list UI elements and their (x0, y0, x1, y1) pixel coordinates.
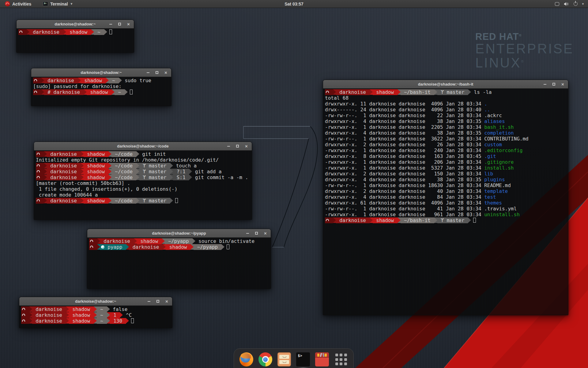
powerline-arrow-icon (81, 198, 84, 203)
prompt-segment: ϒ master (437, 217, 468, 223)
powerline-arrow-icon (81, 151, 84, 157)
maximize-button[interactable] (234, 143, 241, 149)
prompt-segment: ~ (94, 29, 104, 35)
terminal-content[interactable]: darknoise shadow ~/bash-it ϒ master ls -… (323, 89, 568, 315)
prompt-segment: ~ (97, 306, 107, 312)
prompt-segment: shadow (373, 217, 398, 223)
powerline-arrow-icon (126, 318, 129, 324)
terminal-window: darknoise@shadow:~/pyapp× darknoise shad… (87, 229, 271, 289)
window-titlebar[interactable]: darknoise@shadow:~× (17, 20, 134, 29)
powerline-arrow-icon (170, 169, 173, 174)
toolbox-icon[interactable] (315, 352, 329, 366)
maximize-button[interactable] (154, 298, 162, 305)
terminal-text: false (110, 306, 128, 312)
maximize-button[interactable] (153, 70, 161, 76)
terminal-content[interactable]: darknoise shadow ~ false darknoise shado… (19, 306, 172, 328)
close-button[interactable]: × (559, 81, 567, 87)
prompt-segment (36, 169, 44, 174)
window-title: darknoise@shadow:~/bash-it (323, 82, 568, 86)
window-titlebar[interactable]: darknoise@shadow:~/code× (34, 142, 252, 151)
close-button[interactable]: × (262, 230, 269, 236)
prompt-segment (21, 306, 29, 312)
redhat-icon (37, 199, 40, 201)
window-titlebar[interactable]: darknoise@shadow:~× (31, 68, 171, 77)
powerline-arrow-icon (41, 89, 44, 95)
hinge-graphic (325, 354, 327, 357)
activities-button[interactable]: Activities (3, 0, 33, 8)
chrome-icon[interactable] (258, 352, 272, 366)
terminal-text: -rw-rw-r--. 1 darknoise darknoise 41 Jan… (325, 206, 484, 212)
powerline-arrow-icon (94, 318, 97, 324)
terminal-cursor (131, 318, 134, 323)
tool-graphic (322, 353, 324, 357)
powerline-arrow-icon (81, 174, 84, 180)
close-button[interactable]: × (125, 21, 132, 27)
minimize-button[interactable] (541, 81, 549, 87)
maximize-button[interactable] (550, 81, 558, 87)
minimize-button[interactable] (225, 143, 232, 149)
clock-text[interactable]: Sat 03:57 (285, 2, 303, 6)
terminal-text: create mode 100644 a (36, 192, 98, 198)
prompt-segment: shadow (69, 312, 94, 318)
terminal-line: darknoise shadow ~ 130 (21, 318, 170, 324)
redhat-icon (19, 31, 22, 33)
terminal-text: plugins (484, 177, 505, 182)
powerline-arrow-icon (190, 244, 194, 250)
prompt-segment: ~/code (111, 174, 136, 180)
terminal-content[interactable]: darknoise shadow ~ sudo true[sudo] passw… (31, 77, 171, 106)
redhat-icon (22, 314, 25, 316)
powerline-arrow-icon (108, 163, 111, 168)
prompt-segment: ~ (109, 78, 119, 83)
window-titlebar[interactable]: darknoise@shadow:~× (19, 297, 172, 306)
powerline-arrow-icon (398, 217, 401, 223)
close-button[interactable]: × (163, 298, 171, 305)
terminal-content[interactable]: darknoise shadow ~ (17, 29, 134, 52)
terminal-text: source bin/activate (195, 238, 254, 244)
app-menu-terminal[interactable]: $> Terminal ▼ (41, 0, 75, 8)
terminal-line: drwxrwxr-x. 4 darknoise darknoise 38 Jan… (325, 130, 566, 136)
minimize-button[interactable] (244, 230, 251, 236)
prompt-segment: darknoise (47, 151, 81, 157)
terminal-line: -rwxrwxr-x. 1 darknoise darknoise 240 Ja… (325, 148, 566, 153)
powerline-arrow-icon (107, 306, 110, 312)
prompt-segment (36, 151, 44, 157)
close-button[interactable]: × (243, 143, 250, 149)
powerline-arrow-icon (163, 244, 166, 250)
powerline-arrow-icon (370, 89, 373, 95)
firefox-icon[interactable] (239, 352, 253, 366)
minimize-button[interactable] (144, 70, 152, 76)
terminal-content[interactable]: darknoise shadow ~/code git initInitiali… (34, 151, 252, 220)
prompt-segment: shadow (84, 198, 108, 204)
powerline-arrow-icon (78, 78, 81, 83)
minimize-button[interactable] (145, 298, 153, 305)
terminal-line: # darknoise shadow ~ (33, 89, 169, 95)
powerline-arrow-icon (370, 217, 373, 223)
minimize-button[interactable] (107, 21, 115, 27)
top-bar: Activities $> Terminal ▼ Sat 03:57 ▾ (0, 0, 588, 8)
terminal-line: darknoise shadow ~/code ϒ master ?:1 git… (36, 169, 250, 174)
terminal-text: bash_it.sh (484, 124, 514, 130)
powerline-arrow-icon (126, 244, 129, 250)
prompt-segment: ~ (97, 318, 107, 324)
powerline-arrow-icon (44, 163, 47, 168)
close-button[interactable]: × (162, 70, 170, 76)
prompt-segment: darknoise (32, 312, 66, 318)
terminal-text: 1 file changed, 0 insertions(+), 0 delet… (36, 186, 177, 192)
terminal-line: -rwxrwxr-x. 1 darknoise darknoise 2205 J… (325, 124, 566, 130)
terminal-line: -rw-rw-r--. 1 darknoise darknoise 18630 … (325, 182, 566, 188)
terminal-icon[interactable]: $> (296, 352, 310, 366)
maximize-button[interactable] (253, 230, 260, 236)
file-manager-icon[interactable] (277, 352, 291, 366)
prompt-segment: darknoise (32, 306, 66, 312)
maximize-button[interactable] (116, 21, 123, 27)
prompt-segment: ϒ master (139, 174, 170, 180)
terminal-content[interactable]: darknoise shadow ~/pyapp source bin/acti… (87, 238, 271, 289)
app-grid-icon[interactable] (334, 352, 348, 366)
window-titlebar[interactable]: darknoise@shadow:~/bash-it× (323, 80, 568, 89)
terminal-text: .editorconfig (484, 148, 522, 153)
terminal-line: darknoise shadow ~ sudo true (33, 78, 169, 83)
window-titlebar[interactable]: darknoise@shadow:~/pyapp× (87, 229, 271, 238)
terminal-line: darknoise shadow ~ 1 ^C (21, 312, 170, 318)
system-status-area[interactable]: ▾ (555, 2, 588, 6)
terminal-line: darknoise shadow ~/code git init (36, 151, 250, 157)
